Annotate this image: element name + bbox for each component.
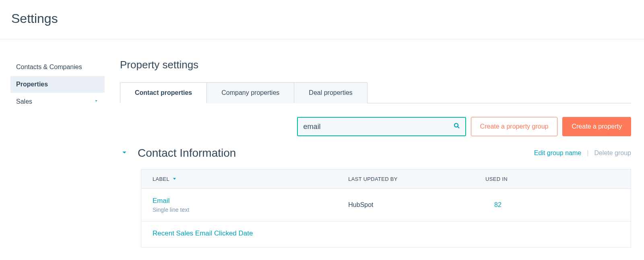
chevron-down-icon[interactable]	[120, 148, 129, 158]
last-updated-by-value: HubSpot	[337, 189, 474, 221]
edit-group-name-link[interactable]: Edit group name	[534, 149, 581, 157]
used-in-value[interactable]: 82	[494, 201, 502, 208]
property-name-link[interactable]: Email	[153, 197, 326, 205]
search-box	[297, 117, 466, 136]
table-row: Recent Sales Email Clicked Date	[141, 221, 631, 248]
sidebar-item-label: Sales	[16, 98, 32, 105]
page-header: Settings	[0, 0, 644, 39]
group-actions: Edit group name | Delete group	[534, 149, 631, 157]
table-row: Email Single line text HubSpot 82	[141, 189, 631, 221]
main-content: Property settings Contact properties Com…	[105, 59, 644, 248]
sidebar-item-properties[interactable]: Properties	[10, 76, 105, 93]
properties-table: LABEL LAST UPDATED BY USED IN Email	[141, 169, 631, 248]
column-header-last-updated-by[interactable]: LAST UPDATED BY	[337, 170, 474, 189]
tab-company-properties[interactable]: Company properties	[207, 82, 294, 103]
chevron-down-icon	[93, 98, 99, 105]
property-tabs: Contact properties Company properties De…	[120, 82, 631, 103]
create-property-button[interactable]: Create a property	[562, 117, 631, 136]
sidebar-item-label: Contacts & Companies	[16, 63, 82, 71]
group-title: Contact Information	[138, 147, 236, 160]
toolbar: Create a property group Create a propert…	[120, 117, 631, 136]
create-property-group-button[interactable]: Create a property group	[471, 117, 558, 136]
sidebar-item-label: Properties	[16, 81, 48, 88]
column-header-used-in[interactable]: USED IN	[474, 170, 631, 189]
property-name-link[interactable]: Recent Sales Email Clicked Date	[153, 229, 326, 237]
sidebar-item-sales[interactable]: Sales	[10, 93, 105, 110]
tab-deal-properties[interactable]: Deal properties	[294, 82, 367, 103]
page-title: Settings	[11, 11, 644, 26]
divider: |	[587, 149, 588, 157]
group-header: Contact Information Edit group name | De…	[120, 147, 631, 160]
settings-sidebar: Contacts & Companies Properties Sales	[0, 59, 105, 248]
section-title: Property settings	[120, 59, 631, 71]
search-input[interactable]	[297, 117, 466, 136]
sort-descending-icon	[172, 176, 177, 182]
last-updated-by-value	[337, 221, 474, 248]
delete-group-link: Delete group	[594, 149, 631, 157]
sidebar-item-contacts-companies[interactable]: Contacts & Companies	[10, 59, 105, 76]
column-header-label[interactable]: LABEL	[141, 170, 337, 189]
property-type: Single line text	[153, 207, 326, 213]
tab-contact-properties[interactable]: Contact properties	[120, 82, 207, 103]
column-header-text: LABEL	[153, 176, 169, 182]
